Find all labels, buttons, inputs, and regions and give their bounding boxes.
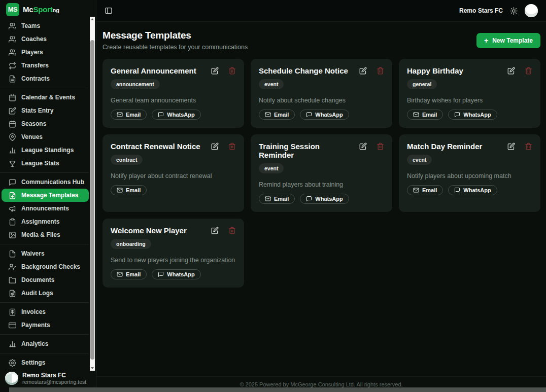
delete-template-button[interactable] — [228, 67, 236, 75]
template-card-schedule-change-notice: Schedule Change NoticeeventNotify about … — [251, 59, 392, 128]
mail-icon — [265, 112, 271, 118]
sidebar-item-stats-entry[interactable]: Stats Entry — [2, 104, 89, 117]
sidebar-item-seasons[interactable]: Seasons — [2, 117, 89, 130]
sidebar-user-panel[interactable]: Remo Stars FC remostars@mcsportng.test — [0, 369, 96, 387]
template-title: Welcome New Player — [111, 226, 211, 235]
channel-chips: EmailWhatsApp — [259, 110, 384, 120]
trash-icon — [377, 142, 384, 150]
brand-logo[interactable]: MS McSportng — [0, 0, 96, 17]
chat-icon — [454, 112, 460, 118]
sidebar-item-label: Communications Hub — [21, 179, 84, 186]
avatar[interactable] — [525, 4, 538, 17]
category-badge: event — [259, 79, 284, 89]
sidebar-divider — [0, 353, 89, 353]
clipboard-icon — [9, 218, 16, 226]
edit-template-button[interactable] — [507, 67, 515, 75]
sidebar-item-analytics[interactable]: Analytics — [2, 337, 89, 350]
template-card-match-day-reminder: Match Day RemindereventNotify players ab… — [399, 134, 540, 212]
sidebar-item-label: Calendar & Events — [21, 94, 75, 101]
mail-icon — [265, 196, 271, 202]
brand-name-ng: ng — [53, 7, 59, 13]
horizontal-scrollbar-thumb[interactable] — [9, 387, 546, 392]
edit-template-button[interactable] — [211, 227, 219, 234]
header-right: Remo Stars FC — [459, 4, 538, 17]
channel-chip-whatsapp: WhatsApp — [300, 110, 349, 120]
horizontal-scrollbar[interactable] — [0, 387, 546, 392]
category-badge: onboarding — [111, 239, 151, 249]
sidebar-item-background-checks[interactable]: Background Checks — [2, 260, 89, 273]
sidebar-item-settings[interactable]: Settings — [2, 356, 89, 369]
sidebar-item-waivers[interactable]: Waivers — [2, 247, 89, 260]
trash-icon — [525, 67, 532, 75]
scrollbar-corner — [0, 387, 9, 392]
mail-icon — [117, 187, 123, 193]
channel-chips: EmailWhatsApp — [259, 194, 384, 204]
edit-template-button[interactable] — [211, 67, 219, 75]
edit-template-button[interactable] — [359, 142, 367, 150]
delete-template-button[interactable] — [228, 227, 236, 234]
sidebar-item-calendar-events[interactable]: Calendar & Events — [2, 91, 89, 104]
theme-toggle-sun-icon[interactable] — [510, 7, 518, 15]
chat-icon — [158, 271, 164, 277]
delete-template-button[interactable] — [525, 67, 532, 75]
sidebar-item-players[interactable]: Players — [2, 46, 89, 59]
edit-template-button[interactable] — [359, 67, 367, 75]
template-card-contract-renewal-notice: Contract Renewal NoticecontractNotify pl… — [103, 134, 244, 212]
brand-name: McSportng — [23, 5, 59, 14]
new-template-button[interactable]: + New Template — [476, 33, 540, 48]
edit-icon — [359, 142, 367, 150]
category-badge: general — [407, 79, 437, 89]
template-title: General Announcement — [111, 66, 211, 75]
channel-chips: EmailWhatsApp — [407, 185, 532, 195]
sidebar-item-assignments[interactable]: Assignments — [2, 215, 89, 228]
sidebar-item-league-stats[interactable]: League Stats — [2, 157, 89, 170]
delete-template-button[interactable] — [525, 142, 532, 150]
channel-chip-whatsapp: WhatsApp — [152, 269, 200, 279]
edit-template-button[interactable] — [211, 142, 219, 150]
trash-icon — [228, 227, 236, 234]
category-badge: event — [259, 163, 284, 173]
sidebar-item-label: Seasons — [21, 120, 46, 127]
delete-template-button[interactable] — [377, 142, 384, 150]
delete-template-button[interactable] — [377, 67, 384, 75]
sidebar-item-teams[interactable]: Teams — [2, 19, 89, 32]
template-card-training-session-reminder: Training Session RemindereventRemind pla… — [251, 134, 392, 212]
channel-chip-email: Email — [407, 110, 443, 120]
file-icon — [9, 250, 16, 258]
edit-template-button[interactable] — [507, 142, 515, 150]
sidebar-item-league-standings[interactable]: League Standings — [2, 144, 89, 157]
channel-chips: EmailWhatsApp — [111, 110, 236, 120]
sidebar-item-venues[interactable]: Venues — [2, 130, 89, 144]
delete-template-button[interactable] — [228, 142, 236, 150]
sidebar-item-label: Transfers — [21, 62, 49, 69]
trash-icon — [228, 67, 236, 75]
sidebar-toggle-icon[interactable] — [105, 7, 113, 15]
footer-text: © 2025 Powered by McGeorge Consulting Lt… — [240, 381, 402, 387]
channel-chip-label: WhatsApp — [315, 196, 343, 202]
sidebar-item-message-templates[interactable]: Message Templates — [2, 189, 89, 202]
sidebar-item-transfers[interactable]: Transfers — [2, 59, 89, 72]
sidebar-item-payments[interactable]: Payments — [2, 318, 89, 332]
template-description: Notify players about upcoming match — [407, 172, 532, 180]
channel-chip-label: WhatsApp — [463, 187, 491, 193]
channel-chip-email: Email — [407, 185, 443, 195]
page-title-block: Message Templates Create reusable templa… — [103, 30, 248, 51]
sidebar-item-coaches[interactable]: Coaches — [2, 32, 89, 46]
sidebar-item-media-files[interactable]: Media & Files — [2, 228, 89, 241]
channel-chip-label: WhatsApp — [167, 271, 194, 277]
sidebar-item-communications-hub[interactable]: Communications Hub — [2, 175, 89, 189]
calendar-icon — [9, 94, 16, 101]
scroll-down-arrow-icon[interactable] — [90, 366, 95, 371]
sidebar-item-invoices[interactable]: Invoices — [2, 305, 89, 318]
channel-chips: EmailWhatsApp — [111, 269, 236, 279]
sidebar-item-audit-logs[interactable]: Audit Logs — [2, 287, 89, 300]
trash-icon — [228, 142, 236, 150]
sidebar-item-contracts[interactable]: Contracts — [2, 72, 89, 85]
scroll-up-arrow-icon[interactable] — [90, 17, 95, 22]
sidebar-scrollbar[interactable] — [90, 17, 95, 371]
sidebar-item-announcements[interactable]: Announcements — [2, 202, 89, 215]
main-area: Remo Stars FC Message Templates Create r… — [96, 0, 546, 392]
sidebar-scrollbar-thumb[interactable] — [90, 40, 94, 360]
channel-chip-label: Email — [422, 187, 437, 193]
sidebar-item-documents[interactable]: Documents — [2, 273, 89, 287]
